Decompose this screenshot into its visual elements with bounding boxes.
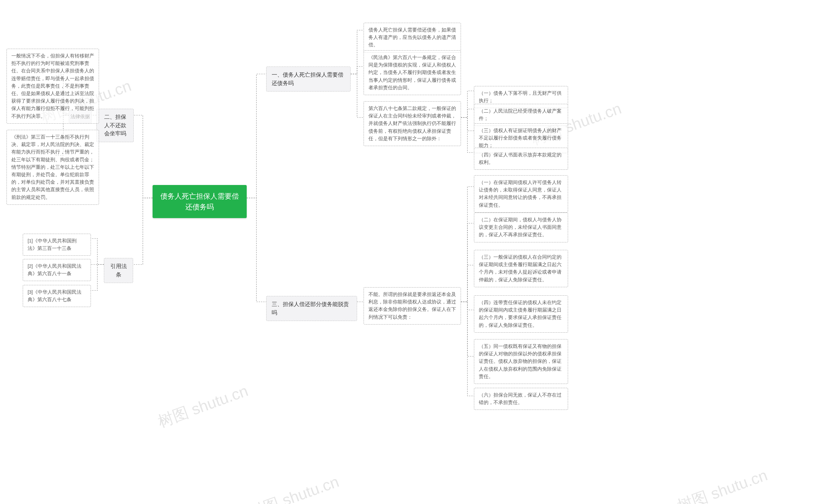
ref-1: [1]《中华人民共和国刑法》第三百一十三条 [23,234,91,256]
ref-2: [2]《中华人民共和国民法典》第六百八十一条 [23,259,91,281]
branch-1-sub-4: （四）保证人书面表示放弃本款规定的权利。 [474,148,568,170]
branch-3-sub-3: （三）一般保证的债权人在合同约定的保证期间或主债务履行期届满之日起六个月内，未对… [474,250,568,287]
branch-3-sub-4: （四）连带责任保证的债权人未在约定的保证期间内或主债务履行期届满之日起六个月内，… [474,295,568,333]
ref-3: [3]《中华人民共和国民法典》第六百八十七条 [23,285,91,307]
watermark: 树图 shutu.cn [246,471,342,504]
branch-2-text-2: 《刑法》第三百一十三条拒不执行判决、裁定罪，对人民法院的判决、裁定有能力执行而拒… [6,130,99,205]
watermark: 树图 shutu.cn [675,465,770,504]
branch-3-text: 不能。所谓的担保就是要承担返还本金及利息，除非你能和债权人达成协议，通过返还本金… [364,287,461,325]
branch-1-text-1: 债务人死亡担保人需要偿还债务，如果债务人有遗产的，应当先以债务人的遗产清偿。 [364,23,461,53]
watermark: 树图 shutu.cn [155,380,251,432]
branch-3-sub-2: （二）在保证期间，债权人与债务人协议变更主合同的，未经保证人书面同意的，保证人不… [474,213,568,242]
root-node[interactable]: 债务人死亡担保人需要偿还债务吗 [152,185,247,218]
branch-3-sub-1: （一）在保证期间债权人许可债务人转让债务的，未取得保证人同意，保证人对未经共同同… [474,175,568,213]
branch-3-sub-5: （五）同一债权既有保证又有物的担保的保证人对物的担保以外的债权承担保证责任。债权… [474,339,568,384]
branch-3[interactable]: 三、担保人偿还部分债务能脱责吗 [266,296,357,321]
branch-1-sub-2: （二）人民法院已经受理债务人破产案件； [474,104,568,126]
branch-3-sub-6: （六）担保合同无效，保证人不存在过错的，不承担责任。 [474,388,568,410]
branch-1[interactable]: 一、债务人死亡担保人需要偿还债务吗 [266,66,351,91]
branch-1-text-3: 第六百八十七条第二款规定，一般保证的保证人在主合同纠纷未经审判或者仲裁，并就债务… [364,101,461,146]
branch-2[interactable]: 二、担保人不还款会坐牢吗 [96,109,134,142]
branch-references[interactable]: 引用法条 [104,258,133,283]
branch-1-text-2: 《民法典》第六百八十一条规定，保证合同是为保障债权的实现，保证人和债权人约定，当… [364,50,461,95]
branch-2-text-1: 一般情况下不会，但担保人有转移财产拒不执行的行为时可能被追究刑事责任。在合同关系… [6,49,99,124]
